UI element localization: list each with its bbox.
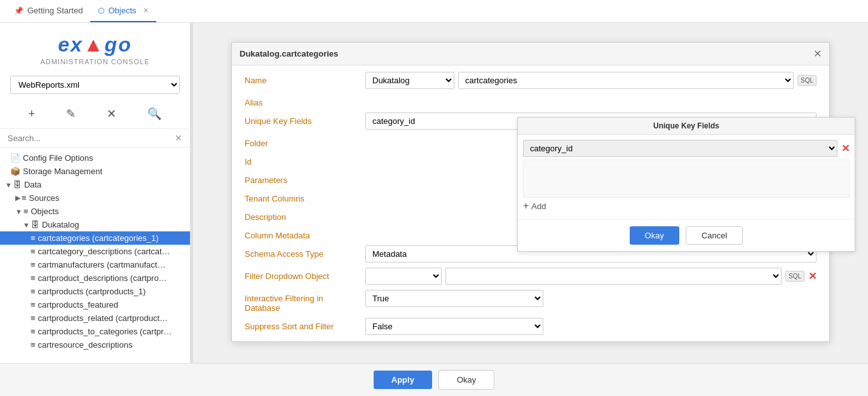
table-icon: ≡ [31,327,36,336]
dialog-header: Dukatalog.cartcategories ✕ [232,43,829,65]
sidebar-toolbar: + ✎ ✕ 🔍 [0,99,190,129]
description-label: Description [245,208,359,222]
filter-dropdown-field-row: SQL ✕ [365,268,817,285]
ukf-cancel-button[interactable]: Cancel [686,226,743,245]
sql-badge-name: SQL [797,75,817,86]
toggle-icon: ▼ [5,181,12,189]
toggle-icon: ▼ [15,208,22,215]
tree-item-config[interactable]: 📄 Config File Options [0,151,190,165]
tree-item-label: cartproducts_related (cartproduct… [38,313,168,323]
table-icon: ≡ [31,313,36,323]
main-layout: ex▲go ADMINISTRATION CONSOLE WebReports.… [0,23,868,363]
admin-label: ADMINISTRATION CONSOLE [13,58,177,65]
alias-label: Alias [245,94,359,107]
edit-button[interactable]: ✎ [61,104,81,123]
tab-getting-started[interactable]: 📌 Getting Started [6,0,90,22]
name-field-row: Dukatalog cartcategories SQL [365,72,817,89]
tree-item-label: Data [24,180,41,189]
tree-item-cartproducts-featured[interactable]: ≡ cartproducts_featured [0,298,190,311]
schema-access-label: Schema Access Type [245,245,359,259]
table-icon: ≡ [31,287,36,296]
tree-item-label: Config File Options [23,153,93,163]
ukf-value-select[interactable]: category_id [523,140,837,157]
dialog-title: Dukatalog.cartcategories [240,49,338,58]
tree-item-label: cartproducts_to_categories (cartpr… [38,327,172,336]
id-label: Id [245,153,359,167]
tree-item-cartcategory-desc[interactable]: ≡ cartcategory_descriptions (cartcat… [0,245,190,258]
table-icon: ≡ [31,260,36,270]
doc-icon: 📄 [10,153,20,163]
dialog-close-button[interactable]: ✕ [813,48,822,60]
tab-objects-close[interactable]: ✕ [143,6,149,15]
okay-button[interactable]: Okay [438,370,494,390]
tree-item-cartproducts-to-cat[interactable]: ≡ cartproducts_to_categories (cartpr… [0,325,190,338]
tree-item-sources[interactable]: ▶ ≡ Sources [0,191,190,205]
sources-icon: ≡ [22,193,27,203]
name-db-select[interactable]: Dukatalog [365,72,454,89]
logo-area: ex▲go ADMINISTRATION CONSOLE [0,23,190,71]
folder-label: Folder [245,135,359,148]
tree-item-label: cartmanufacturers (cartmanufact… [38,260,166,270]
tree-item-objects[interactable]: ▼ ≡ Objects [0,205,190,218]
search-row: ✕ [0,129,190,147]
tree-item-label: Storage Management [23,167,102,176]
ukf-add-row[interactable]: + Add [523,198,850,214]
ukf-empty-area [523,160,850,198]
filter-dropdown-clear-button[interactable]: ✕ [808,270,817,282]
parameters-label: Parameters [245,172,359,185]
ukf-header: Unique Key Fields [518,118,855,135]
table-icon: ≡ [31,300,36,310]
suppress-sort-field-row: False [365,318,817,335]
logo: ex▲go [13,33,177,57]
search-clear-button[interactable]: ✕ [175,133,182,143]
tab-objects[interactable]: ⬡ Objects ✕ [90,0,156,22]
search-input[interactable] [8,133,175,143]
table-icon: ≡ [31,273,36,283]
tab-objects-label: Objects [108,6,136,15]
tree-item-label: cartproducts (cartproducts_1) [38,287,146,296]
ukf-body: category_id ✕ + Add [518,135,855,219]
tree-item-cartresource-desc[interactable]: ≡ cartresource_descriptions [0,338,190,352]
tree-item-label: cartcategories (cartcategories_1) [38,233,159,243]
tree-item-label: Sources [29,193,60,203]
content-area: Dukatalog.cartcategories ✕ Name Dukatalo… [193,23,868,363]
tree-item-data[interactable]: ▼ 🗄 Data [0,178,190,191]
tree-item-cartproduct-desc[interactable]: ≡ cartproduct_descriptions (cartpro… [0,271,190,285]
tree-item-cartproducts-related[interactable]: ≡ cartproducts_related (cartproduct… [0,311,190,325]
ukf-popup: Unique Key Fields category_id ✕ + Add Ok… [517,117,855,252]
file-select-row: WebReports.xml [0,71,190,99]
bottom-bar: Apply Okay [0,363,868,396]
name-table-select[interactable]: cartcategories [458,72,794,89]
filter-dropdown-db-select[interactable] [365,268,442,285]
objects-tree-icon: ≡ [24,207,29,216]
file-select[interactable]: WebReports.xml [10,76,180,94]
tree-item-dukatalog[interactable]: ▼ 🗄 Dukatalog [0,218,190,231]
alias-field-row [365,94,817,98]
tree-item-cartmanufacturers[interactable]: ≡ cartmanufacturers (cartmanufact… [0,258,190,271]
pin-icon: 📌 [14,6,24,15]
apply-button[interactable]: Apply [374,371,432,389]
unique-key-label: Unique Key Fields [245,113,359,126]
interactive-filtering-select[interactable]: True [365,290,543,307]
ukf-delete-button[interactable]: ✕ [841,142,850,154]
add-button[interactable]: + [24,104,41,123]
tree-item-label: cartproducts_featured [38,300,118,310]
suppress-sort-label: Suppress Sort and Filter [245,318,359,331]
tree-item-label: Objects [31,207,58,216]
tree-item-cartcategories[interactable]: ≡ cartcategories (cartcategories_1) [0,231,190,245]
data-icon: 🗄 [13,180,22,189]
tree-item-storage[interactable]: 📦 Storage Management [0,165,190,178]
search-button[interactable]: 🔍 [142,104,166,123]
filter-dropdown-table-select[interactable] [445,268,782,285]
toggle-icon: ▼ [23,221,30,229]
table-icon: ≡ [31,233,36,243]
table-icon: ≡ [31,247,36,256]
suppress-sort-select[interactable]: False [365,318,543,335]
delete-button[interactable]: ✕ [102,104,121,123]
plus-icon: + [523,200,529,212]
tab-getting-started-label: Getting Started [27,6,83,15]
ukf-okay-button[interactable]: Okay [630,226,679,245]
column-metadata-label: Column Metadata [245,227,359,240]
interactive-filtering-label: Interactive Filtering in Database [245,290,359,313]
tree-item-cartproducts[interactable]: ≡ cartproducts (cartproducts_1) [0,285,190,298]
